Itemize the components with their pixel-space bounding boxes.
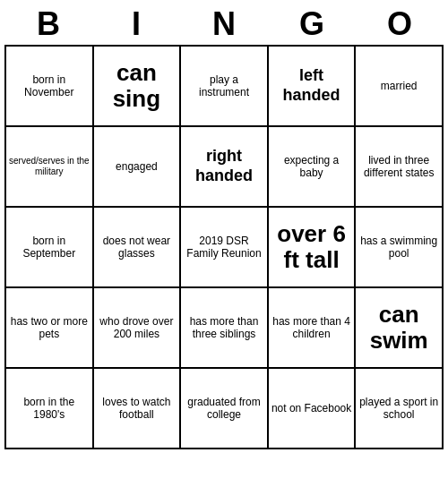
bingo-cell-13: over 6 ft tall xyxy=(269,208,357,288)
bingo-cell-10: born in September xyxy=(6,208,94,288)
bingo-grid: born in Novembercan singplay a instrumen… xyxy=(4,45,444,449)
bingo-cell-20: born in the 1980's xyxy=(6,369,94,449)
letter-b: B xyxy=(8,5,89,43)
bingo-cell-18: has more than 4 children xyxy=(269,288,357,369)
bingo-cell-8: expecting a baby xyxy=(269,127,357,208)
letter-i: I xyxy=(96,5,177,43)
bingo-cell-12: 2019 DSR Family Reunion xyxy=(181,208,269,288)
letter-n: N xyxy=(184,5,264,43)
bingo-cell-2: play a instrument xyxy=(181,47,269,127)
bingo-cell-1: can sing xyxy=(94,47,182,127)
bingo-cell-7: right handed xyxy=(181,127,269,208)
bingo-cell-9: lived in three different states xyxy=(356,127,444,208)
bingo-cell-19: can swim xyxy=(356,288,444,369)
bingo-cell-14: has a swimming pool xyxy=(356,208,444,288)
bingo-cell-24: played a sport in school xyxy=(356,369,444,449)
bingo-cell-23: not on Facebook xyxy=(269,369,357,449)
bingo-cell-5: served/serves in the military xyxy=(6,127,94,208)
bingo-cell-16: who drove over 200 miles xyxy=(94,288,182,369)
bingo-cell-17: has more than three siblings xyxy=(181,288,269,369)
bingo-cell-22: graduated from college xyxy=(181,369,269,449)
bingo-cell-3: left handed xyxy=(269,47,357,127)
bingo-cell-21: loves to watch football xyxy=(94,369,182,449)
bingo-cell-11: does not wear glasses xyxy=(94,208,182,288)
bingo-cell-4: married xyxy=(356,47,444,127)
bingo-cell-0: born in November xyxy=(6,47,94,127)
letter-o: O xyxy=(359,5,440,43)
bingo-cell-15: has two or more pets xyxy=(6,288,94,369)
bingo-cell-6: engaged xyxy=(94,127,182,208)
letter-g: G xyxy=(271,5,352,43)
bingo-title: B I N G O xyxy=(4,0,444,45)
